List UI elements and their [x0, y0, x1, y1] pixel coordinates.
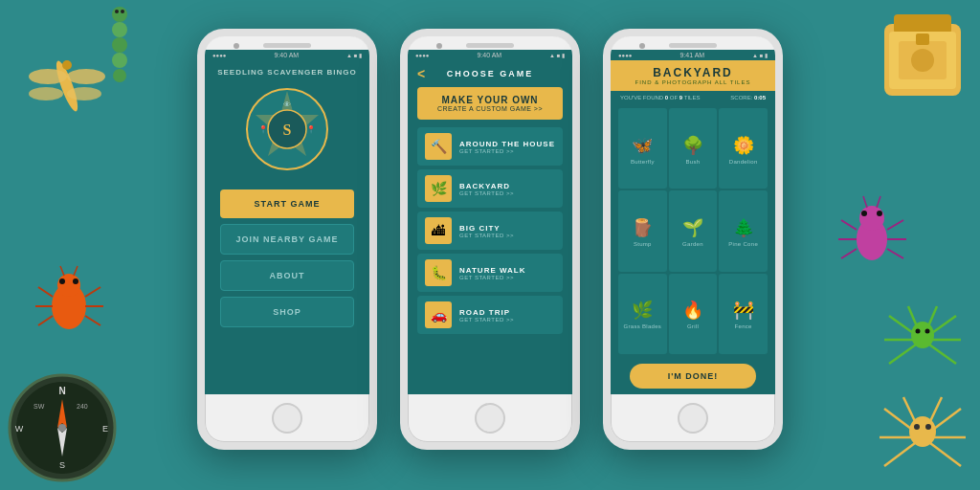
- score-value: 0:05: [754, 95, 766, 100]
- make-your-own-title: MAKE YOUR OWN: [427, 95, 553, 105]
- bingo-cell-bush[interactable]: 🌳 Bush: [669, 108, 718, 189]
- around-house-name: AROUND THE HOUSE: [459, 140, 555, 148]
- pinecone-icon: 🌲: [733, 217, 754, 238]
- home-button-2[interactable]: [475, 403, 505, 434]
- phone3-header: BACKYARD FIND & PHOTOGRAPH ALL TILES: [611, 60, 775, 91]
- bush-icon: 🌳: [682, 135, 703, 156]
- status-dots-1: ●●●●: [212, 53, 227, 58]
- phone-start: ●●●● 9:40 AM ▲ ■ ▮ SEEDLING SCAVENGER BI…: [197, 29, 377, 450]
- status-bar-1: ●●●● 9:40 AM ▲ ■ ▮: [205, 50, 369, 60]
- bingo-cell-grass[interactable]: 🌿 Grass Blades: [618, 274, 667, 354]
- bingo-cell-fence[interactable]: 🚧 Fence: [719, 274, 768, 354]
- join-game-button[interactable]: JOIN NEARBY GAME: [220, 224, 354, 255]
- found-value: 0: [665, 95, 668, 100]
- big-city-icon: 🏙: [425, 217, 452, 244]
- status-bar-3: ●●●● 9:41 AM ▲ ■ ▮: [611, 50, 775, 60]
- backyard-name: BACKYARD: [459, 182, 555, 190]
- nature-walk-icon: 🐛: [425, 259, 452, 286]
- fence-label: Fence: [735, 323, 752, 329]
- phone1-screen: SEEDLING SCAVENGER BINGO S 👁 📍 📍 START G…: [205, 60, 369, 394]
- grill-label: Grill: [687, 323, 699, 329]
- bush-label: Bush: [686, 159, 701, 165]
- make-your-own-button[interactable]: MAKE YOUR OWN CREATE A CUSTOM GAME >>: [417, 87, 563, 120]
- shop-button[interactable]: SHOP: [220, 297, 354, 327]
- grass-label: Grass Blades: [624, 323, 662, 329]
- choose-game-title: CHOOSE GAME: [431, 69, 549, 78]
- total-tiles: 9: [679, 95, 682, 100]
- dandelion-label: Dandelion: [729, 159, 758, 165]
- pinecone-label: Pine Cone: [728, 241, 758, 247]
- status-time-3: 9:41 AM: [679, 52, 704, 58]
- status-icons-3: ▲ ■ ▮: [752, 52, 768, 58]
- svg-text:📍: 📍: [306, 124, 316, 134]
- bingo-cell-pinecone[interactable]: 🌲 Pine Cone: [719, 190, 768, 271]
- home-button-1[interactable]: [272, 403, 302, 434]
- bingo-cell-garden[interactable]: 🌱 Garden: [669, 190, 718, 271]
- phone-speaker-3: [669, 43, 717, 48]
- bingo-grid: 🦋 Butterfly 🌳 Bush 🌼 Dandelion 🪵 Stump 🌱: [611, 104, 775, 358]
- dandelion-icon: 🌼: [733, 135, 754, 156]
- status-icons-2: ▲ ■ ▮: [549, 52, 565, 58]
- score-label: SCORE: 0:05: [730, 95, 766, 100]
- nature-walk-name: NATURE WALK: [459, 266, 555, 275]
- backyard-game-subtitle: FIND & PHOTOGRAPH ALL TILES: [620, 79, 766, 85]
- bingo-cell-dandelion[interactable]: 🌼 Dandelion: [719, 108, 768, 189]
- status-bar-2: ●●●● 9:40 AM ▲ ■ ▮: [408, 50, 572, 60]
- big-city-name: BIG CITY: [459, 224, 555, 233]
- big-city-text: BIG CITY GET STARTED >>: [459, 224, 555, 238]
- home-button-3[interactable]: [678, 403, 708, 434]
- game-item-road-trip[interactable]: 🚗 ROAD TRIP GET STARTED >>: [417, 296, 563, 334]
- about-button[interactable]: ABOUT: [220, 260, 354, 291]
- phone3-stats: YOU'VE FOUND 0 OF 9 TILES SCORE: 0:05: [611, 91, 775, 104]
- fence-icon: 🚧: [733, 300, 754, 321]
- phone1-title: SEEDLING SCAVENGER BINGO: [217, 68, 357, 77]
- nature-walk-sub: GET STARTED >>: [459, 275, 555, 280]
- bingo-cell-butterfly[interactable]: 🦋 Butterfly: [618, 108, 667, 189]
- road-trip-sub: GET STARTED >>: [459, 317, 555, 323]
- road-trip-icon: 🚗: [425, 301, 452, 328]
- back-arrow[interactable]: <: [417, 66, 425, 81]
- butterfly-label: Butterfly: [631, 159, 655, 165]
- phone1-logo: S 👁 📍 📍: [244, 86, 330, 172]
- road-trip-name: ROAD TRIP: [459, 308, 555, 317]
- start-game-button[interactable]: START GAME: [220, 189, 354, 218]
- phone-bottom-1: [205, 394, 369, 442]
- phone-camera-3: [639, 43, 645, 49]
- garden-icon: 🌱: [682, 217, 703, 238]
- grass-icon: 🌿: [632, 300, 653, 321]
- done-button[interactable]: I'M DONE!: [630, 364, 756, 389]
- phone-backyard-game: ●●●● 9:41 AM ▲ ■ ▮ BACKYARD FIND & PHOTO…: [603, 29, 783, 450]
- phone2-header: < CHOOSE GAME: [408, 60, 572, 87]
- found-label: YOU'VE FOUND 0 OF 9 TILES: [620, 95, 700, 100]
- backyard-text: BACKYARD GET STARTED >>: [459, 182, 555, 196]
- make-your-own-subtitle: CREATE A CUSTOM GAME >>: [427, 105, 553, 112]
- bingo-cell-grill[interactable]: 🔥 Grill: [669, 274, 718, 354]
- road-trip-text: ROAD TRIP GET STARTED >>: [459, 308, 555, 323]
- phone2-screen: < CHOOSE GAME MAKE YOUR OWN CREATE A CUS…: [408, 60, 572, 394]
- phones-container: ●●●● 9:40 AM ▲ ■ ▮ SEEDLING SCAVENGER BI…: [197, 29, 783, 450]
- butterfly-icon: 🦋: [632, 135, 653, 156]
- stump-icon: 🪵: [632, 217, 653, 238]
- phone-bottom-2: [408, 394, 572, 442]
- phone-speaker-1: [263, 43, 311, 48]
- status-dots-3: ●●●●: [618, 53, 633, 58]
- big-city-sub: GET STARTED >>: [459, 233, 555, 238]
- svg-text:S: S: [283, 122, 292, 138]
- phone-camera-2: [436, 43, 442, 49]
- backyard-icon: 🌿: [425, 175, 452, 202]
- around-house-text: AROUND THE HOUSE GET STARTED >>: [459, 140, 555, 154]
- game-list: 🔨 AROUND THE HOUSE GET STARTED >> 🌿 BACK…: [408, 127, 572, 394]
- phone-choose-game: ●●●● 9:40 AM ▲ ■ ▮ < CHOOSE GAME MAKE YO…: [400, 29, 580, 450]
- bingo-cell-stump[interactable]: 🪵 Stump: [618, 190, 667, 271]
- status-icons-1: ▲ ■ ▮: [346, 52, 362, 58]
- nature-walk-text: NATURE WALK GET STARTED >>: [459, 266, 555, 280]
- game-item-nature-walk[interactable]: 🐛 NATURE WALK GET STARTED >>: [417, 254, 563, 292]
- status-time-2: 9:40 AM: [477, 52, 501, 58]
- stump-label: Stump: [634, 241, 652, 247]
- phone3-screen: BACKYARD FIND & PHOTOGRAPH ALL TILES YOU…: [611, 60, 775, 394]
- game-item-big-city[interactable]: 🏙 BIG CITY GET STARTED >>: [417, 212, 563, 250]
- svg-text:📍: 📍: [258, 124, 268, 134]
- game-item-around-house[interactable]: 🔨 AROUND THE HOUSE GET STARTED >>: [417, 127, 563, 166]
- game-item-backyard[interactable]: 🌿 BACKYARD GET STARTED >>: [417, 169, 563, 208]
- backyard-sub: GET STARTED >>: [459, 190, 555, 196]
